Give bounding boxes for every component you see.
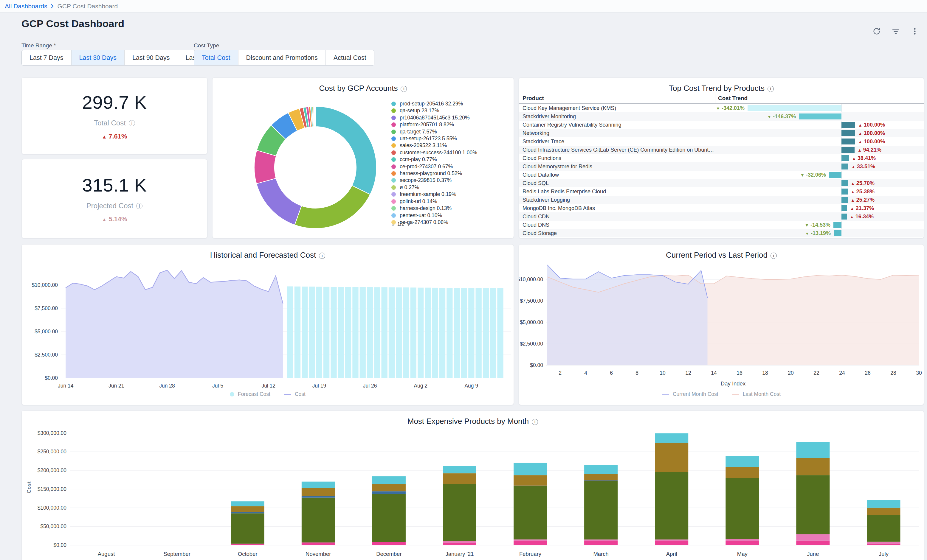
legend-item[interactable]: pr10406a87045145c3 15.20% bbox=[391, 114, 511, 121]
forecast-bar[interactable] bbox=[316, 287, 322, 378]
trend-bar[interactable] bbox=[842, 122, 855, 128]
legend-item[interactable]: pentest-uat 0.10% bbox=[391, 212, 511, 219]
legend-item[interactable]: secops-239815 0.37% bbox=[391, 177, 511, 184]
trend-bar[interactable] bbox=[833, 222, 842, 228]
bar-segment[interactable] bbox=[443, 484, 476, 484]
forecast-bar[interactable] bbox=[418, 288, 424, 378]
legend-item[interactable]: qa-target 7.57% bbox=[391, 128, 511, 135]
bar-segment[interactable] bbox=[867, 544, 900, 545]
bar-segment[interactable] bbox=[796, 541, 830, 545]
legend-item[interactable]: golink-url 0.14% bbox=[391, 198, 511, 205]
bar-segment[interactable] bbox=[584, 465, 618, 474]
forecast-bar[interactable] bbox=[345, 287, 351, 378]
monthly-stacked-bar-chart[interactable]: $0.00$50,000.00$100,000.00$150,000.00$20… bbox=[22, 411, 924, 560]
bar-segment[interactable] bbox=[302, 542, 335, 545]
donut-slice[interactable] bbox=[315, 106, 377, 194]
legend-item[interactable]: harness-playground 0.52% bbox=[391, 170, 511, 177]
filter-option-discount-and-promotions[interactable]: Discount and Promotions bbox=[238, 50, 325, 65]
forecast-bar[interactable] bbox=[295, 287, 301, 378]
bar-segment[interactable] bbox=[231, 501, 264, 506]
bar-segment[interactable] bbox=[231, 512, 264, 513]
bar-segment[interactable] bbox=[443, 541, 476, 543]
bar-segment[interactable] bbox=[725, 539, 759, 541]
donut-slice[interactable] bbox=[256, 178, 301, 225]
legend-item[interactable]: Cost bbox=[284, 391, 305, 398]
bar-segment[interactable] bbox=[867, 515, 900, 542]
bar-segment[interactable] bbox=[867, 508, 900, 515]
forecast-bar[interactable] bbox=[331, 287, 336, 378]
legend-item[interactable]: platform-205701 8.82% bbox=[391, 121, 511, 128]
bar-segment[interactable] bbox=[514, 463, 547, 475]
trend-bar[interactable] bbox=[842, 214, 847, 220]
bar-segment[interactable] bbox=[231, 543, 264, 545]
legend-item[interactable]: Last Month Cost bbox=[732, 391, 781, 398]
legend-item[interactable]: ccm-play 0.77% bbox=[391, 156, 511, 163]
trend-bar[interactable] bbox=[834, 230, 842, 236]
forecast-bar[interactable] bbox=[468, 288, 474, 378]
refresh-button[interactable] bbox=[870, 25, 883, 38]
bar-segment[interactable] bbox=[514, 475, 547, 486]
bar-segment[interactable] bbox=[443, 484, 476, 541]
bar-segment[interactable] bbox=[655, 539, 688, 541]
legend-item[interactable]: ø 0.27% bbox=[391, 184, 511, 191]
trend-bar[interactable] bbox=[842, 180, 848, 186]
forecast-bar[interactable] bbox=[410, 287, 416, 378]
trend-bar[interactable] bbox=[842, 197, 848, 203]
bar-segment[interactable] bbox=[725, 456, 759, 467]
info-icon[interactable]: i bbox=[129, 120, 135, 126]
cost-area[interactable] bbox=[65, 270, 283, 378]
legend-item[interactable]: harness-design 0.13% bbox=[391, 205, 511, 212]
more-menu-button[interactable] bbox=[909, 25, 921, 38]
forecast-bar[interactable] bbox=[367, 287, 373, 378]
bar-segment[interactable] bbox=[655, 443, 688, 472]
bar-segment[interactable] bbox=[655, 472, 688, 539]
legend-item[interactable]: Current Month Cost bbox=[662, 391, 718, 398]
bar-segment[interactable] bbox=[372, 491, 406, 494]
forecast-bar[interactable] bbox=[483, 288, 489, 378]
trend-bar[interactable] bbox=[842, 188, 848, 194]
bar-segment[interactable] bbox=[655, 541, 688, 545]
forecast-bar[interactable] bbox=[454, 288, 460, 378]
bar-segment[interactable] bbox=[514, 539, 547, 541]
info-icon[interactable]: i bbox=[136, 203, 143, 209]
forecast-bar[interactable] bbox=[389, 287, 395, 378]
period-compare-chart[interactable]: $0.00$2,500.00$5,000.00$7,500.00$10,000.… bbox=[519, 244, 924, 405]
forecast-bar[interactable] bbox=[396, 287, 402, 378]
legend-item[interactable]: ce-prod-274307 0.67% bbox=[391, 163, 511, 170]
trend-bar[interactable] bbox=[748, 105, 842, 111]
bar-segment[interactable] bbox=[725, 541, 759, 545]
bar-segment[interactable] bbox=[725, 478, 759, 539]
bar-segment[interactable] bbox=[372, 494, 406, 542]
bar-segment[interactable] bbox=[302, 498, 335, 543]
forecast-bar[interactable] bbox=[403, 287, 409, 378]
filter-option-total-cost[interactable]: Total Cost bbox=[194, 50, 238, 65]
legend-item[interactable]: customer-success-244100 1.00% bbox=[391, 149, 511, 156]
donut-slice[interactable] bbox=[315, 106, 315, 127]
breadcrumb-link-all-dashboards[interactable]: All Dashboards bbox=[5, 3, 47, 10]
bar-segment[interactable] bbox=[514, 486, 547, 539]
forecast-bar[interactable] bbox=[425, 288, 431, 378]
forecast-bar[interactable] bbox=[324, 287, 329, 378]
trend-bar[interactable] bbox=[842, 147, 854, 153]
forecast-bar[interactable] bbox=[447, 288, 453, 378]
filter-option-last-90-days[interactable]: Last 90 Days bbox=[124, 50, 177, 65]
forecast-bar[interactable] bbox=[497, 288, 503, 378]
page-down-icon[interactable]: ▼ bbox=[407, 222, 411, 227]
trend-bar[interactable] bbox=[799, 114, 842, 120]
page-up-icon[interactable]: ▲ bbox=[391, 222, 395, 227]
bar-segment[interactable] bbox=[443, 473, 476, 484]
legend-item[interactable]: qa-setup 23.17% bbox=[391, 107, 511, 114]
bar-segment[interactable] bbox=[725, 467, 759, 478]
legend-item[interactable]: sales-209522 3.11% bbox=[391, 142, 511, 149]
legend-item[interactable]: prod-setup-205416 32.29% bbox=[391, 100, 511, 107]
bar-segment[interactable] bbox=[796, 442, 830, 458]
bar-segment[interactable] bbox=[372, 484, 406, 491]
bar-segment[interactable] bbox=[302, 488, 335, 496]
forecast-bar[interactable] bbox=[374, 287, 380, 378]
bar-segment[interactable] bbox=[584, 539, 618, 541]
bar-segment[interactable] bbox=[231, 506, 264, 512]
trend-bar[interactable] bbox=[842, 138, 855, 144]
info-icon[interactable]: i bbox=[767, 86, 774, 92]
legend-item[interactable]: Forecast Cost bbox=[230, 391, 271, 398]
bar-segment[interactable] bbox=[796, 475, 830, 534]
